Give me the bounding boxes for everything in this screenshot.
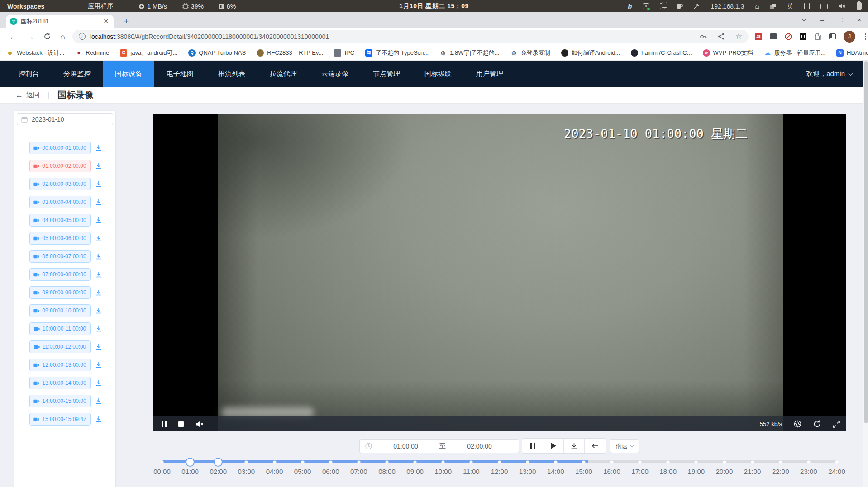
nav-item[interactable]: 国标设备 xyxy=(103,61,154,87)
nav-item[interactable]: 国标级联 xyxy=(412,61,464,87)
segment-time-button[interactable]: 02:00:00-03:00:00 xyxy=(29,178,91,190)
player-stop-icon[interactable] xyxy=(178,421,184,427)
bookmark-star-icon[interactable]: ☆ xyxy=(735,32,742,41)
nav-item[interactable]: 用户管理 xyxy=(464,61,515,87)
clipboard-tray-icon[interactable] xyxy=(660,3,665,9)
browser-home-icon[interactable]: ⌂ xyxy=(60,33,65,41)
bookmark-item[interactable]: RFC2833 – RTP Ev... xyxy=(257,49,323,57)
bookmark-item[interactable]: 如何编译Android... xyxy=(561,49,620,57)
blocker-extension-icon[interactable] xyxy=(785,33,792,40)
nav-item[interactable]: 分屏监控 xyxy=(51,61,103,87)
timeline-hour-dot[interactable] xyxy=(526,460,529,463)
timeline-hour-dot[interactable] xyxy=(498,460,501,463)
extensions-puzzle-icon[interactable] xyxy=(814,33,821,40)
nav-item[interactable]: 拉流代理 xyxy=(258,61,309,87)
windows-tray-icon[interactable] xyxy=(770,4,776,9)
back-icon[interactable]: ← xyxy=(9,33,17,41)
js-extension-icon[interactable]: JS xyxy=(755,33,762,40)
extension-square-icon[interactable] xyxy=(800,33,806,40)
bookmark-item[interactable]: ⊕ 1.8W字|了不起的... xyxy=(439,49,500,57)
bookmark-item[interactable]: ◆ Webstack - 设计... xyxy=(6,49,64,57)
download-icon[interactable] xyxy=(95,162,102,170)
timeline-handle[interactable] xyxy=(214,458,223,467)
play-button[interactable] xyxy=(543,439,564,453)
nav-item[interactable]: 节点管理 xyxy=(361,61,412,87)
segment-time-button[interactable]: 00:00:00-01:00:00 xyxy=(29,142,91,154)
applications-menu[interactable]: 应用程序 xyxy=(88,2,113,10)
segment-time-button[interactable]: 15:00:00-15:09:47 xyxy=(29,413,91,426)
segment-time-button[interactable]: 10:00:00-11:00:00 xyxy=(29,322,91,335)
segment-time-button[interactable]: 14:00:00-15:00:00 xyxy=(29,395,91,407)
bookmark-item[interactable]: hairrrrr/C-CrashC... xyxy=(631,49,692,57)
download-recording-button[interactable] xyxy=(564,439,585,453)
nav-item[interactable]: 控制台 xyxy=(6,61,51,87)
segment-time-button[interactable]: 03:00:00-04:00:00 xyxy=(29,196,91,208)
download-icon[interactable] xyxy=(95,217,102,224)
speed-dropdown[interactable]: 倍速 xyxy=(610,439,639,453)
download-icon[interactable] xyxy=(95,379,102,387)
battery-tray-icon[interactable] xyxy=(857,2,862,10)
bookmark-item[interactable]: IPC xyxy=(334,49,354,57)
bookmark-item[interactable]: C java、android可... xyxy=(120,49,177,57)
password-key-icon[interactable] xyxy=(700,33,707,40)
timeline-hour-dot[interactable] xyxy=(442,460,445,463)
segment-time-button[interactable]: 01:00:00-02:00:00 xyxy=(29,160,91,172)
bookmark-item[interactable]: ⊕ 免登录复制 xyxy=(510,49,550,57)
bookmark-item[interactable]: W WVP-PRO文档 xyxy=(703,49,753,57)
download-icon[interactable] xyxy=(95,199,102,206)
timeline-hour-dot[interactable] xyxy=(582,460,585,463)
bookmark-item[interactable]: ☁ 服务器 - 轻量应用... xyxy=(764,49,825,57)
caffeine-tray-icon[interactable] xyxy=(676,3,683,9)
segment-time-button[interactable]: 08:00:00-09:00:00 xyxy=(29,286,91,299)
segment-time-button[interactable]: 06:00:00-07:00:00 xyxy=(29,250,91,263)
tablet-tray-icon[interactable] xyxy=(804,3,810,9)
timeline-hour-dot[interactable] xyxy=(723,460,726,463)
download-icon[interactable] xyxy=(95,325,102,332)
snapshot-icon[interactable] xyxy=(794,420,801,428)
download-icon[interactable] xyxy=(95,144,102,151)
timeline-hour-dot[interactable] xyxy=(554,460,557,463)
download-icon[interactable] xyxy=(95,416,102,423)
timeline-hour-dot[interactable] xyxy=(386,460,389,463)
download-icon[interactable] xyxy=(95,180,102,188)
extension-icon[interactable] xyxy=(770,33,777,39)
notes-tray-icon[interactable]: a xyxy=(643,3,649,9)
minimize-icon[interactable]: – xyxy=(819,17,825,23)
timeline-hour-dot[interactable] xyxy=(751,460,754,463)
url-text[interactable]: localhost:38080/#/gbRecordDetail/3402000… xyxy=(90,33,700,40)
timeline-hour-dot[interactable] xyxy=(414,460,417,463)
player-refresh-icon[interactable] xyxy=(813,420,821,428)
fullscreen-icon[interactable] xyxy=(833,421,840,428)
side-panel-icon[interactable] xyxy=(829,33,836,39)
timeline-hour-dot[interactable] xyxy=(329,460,332,463)
download-icon[interactable] xyxy=(95,253,102,260)
player-mute-icon[interactable] xyxy=(196,421,204,427)
segment-time-button[interactable]: 04:00:00-05:00:00 xyxy=(29,214,91,227)
scrollbar-thumb[interactable] xyxy=(864,61,868,423)
timeline-hour-dot[interactable] xyxy=(610,460,614,463)
share-icon[interactable] xyxy=(718,33,725,40)
new-tab-button[interactable]: + xyxy=(120,15,132,27)
browser-menu-icon[interactable] xyxy=(863,33,868,40)
restore-icon[interactable] xyxy=(838,17,844,23)
timeline-hour-dot[interactable] xyxy=(470,460,473,463)
nav-item[interactable]: 电子地图 xyxy=(154,61,206,87)
close-window-icon[interactable]: × xyxy=(856,17,863,23)
download-icon[interactable] xyxy=(95,235,102,242)
segment-time-button[interactable]: 13:00:00-14:00:00 xyxy=(29,377,91,389)
profile-avatar[interactable]: J xyxy=(844,31,855,43)
time-range-input[interactable]: 01:00:00 至 02:00:00 xyxy=(359,439,519,453)
ip-address[interactable]: 192.168.1.3 xyxy=(711,3,744,10)
download-icon[interactable] xyxy=(95,271,102,278)
reload-icon[interactable] xyxy=(43,33,51,40)
timeline-hour-dot[interactable] xyxy=(273,460,276,463)
download-icon[interactable] xyxy=(95,361,102,369)
color-picker-tray-icon[interactable] xyxy=(694,3,700,9)
address-bar[interactable]: i localhost:38080/#/gbRecordDetail/34020… xyxy=(72,30,749,43)
bing-tray-icon[interactable]: b xyxy=(628,2,632,10)
start-time-value[interactable]: 01:00:00 xyxy=(372,443,439,450)
bookmark-item[interactable]: ● Redmine xyxy=(75,49,109,57)
date-picker-input[interactable]: 2023-01-10 xyxy=(17,113,113,125)
timeline-hour-dot[interactable] xyxy=(161,460,164,463)
input-method-indicator[interactable]: 英 xyxy=(787,2,793,10)
